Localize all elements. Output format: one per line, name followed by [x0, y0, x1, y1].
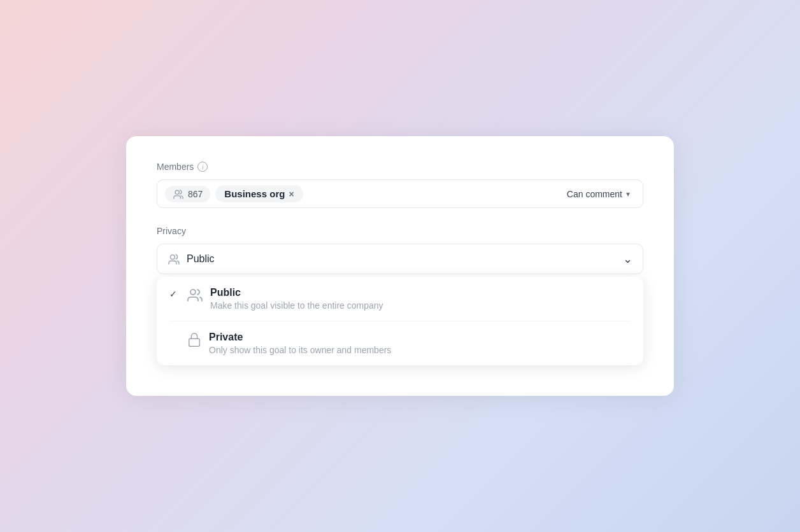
private-option-title: Private — [209, 332, 391, 343]
public-option-desc: Make this goal visible to the entire com… — [210, 300, 383, 311]
public-people-icon — [187, 288, 203, 302]
permission-label: Can comment — [567, 189, 622, 199]
privacy-dropdown-panel: ✓ Public Make this goal visible to the e… — [157, 277, 643, 365]
check-icon: ✓ — [169, 289, 180, 299]
info-icon[interactable]: i — [197, 162, 208, 172]
svg-point-0 — [175, 190, 179, 194]
people-icon — [173, 189, 184, 199]
members-label: Members — [157, 162, 194, 172]
tag-close-button[interactable]: × — [289, 190, 294, 199]
privacy-section-label: Privacy — [157, 226, 643, 236]
privacy-chevron-icon: ⌄ — [623, 252, 632, 266]
permission-dropdown[interactable]: Can comment ▾ — [562, 186, 635, 202]
privacy-people-icon — [168, 253, 180, 265]
member-count-pill: 867 — [165, 186, 210, 202]
tag-name: Business org — [224, 188, 285, 199]
permission-chevron-icon: ▾ — [626, 190, 630, 199]
public-option-text: Public Make this goal visible to the ent… — [210, 287, 383, 311]
svg-point-1 — [171, 255, 175, 260]
public-option-title: Public — [210, 287, 383, 298]
private-option-desc: Only show this goal to its owner and mem… — [209, 345, 391, 355]
privacy-selected-label: Public — [187, 253, 617, 265]
lock-icon — [187, 332, 201, 347]
business-org-tag: Business org × — [215, 185, 303, 202]
privacy-dropdown[interactable]: Public ⌄ — [157, 244, 643, 274]
privacy-option-private[interactable]: Private Only show this goal to its owner… — [157, 321, 643, 365]
members-input-row[interactable]: 867 Business org × Can comment ▾ — [157, 179, 643, 208]
privacy-option-public[interactable]: ✓ Public Make this goal visible to the e… — [157, 277, 643, 321]
modal-card: Members i 867 Business org × — [126, 136, 674, 396]
privacy-label: Privacy — [157, 226, 186, 236]
members-section-label: Members i — [157, 162, 643, 172]
private-option-text: Private Only show this goal to its owner… — [209, 332, 391, 355]
member-count: 867 — [188, 189, 203, 199]
svg-rect-3 — [189, 339, 200, 346]
svg-point-2 — [190, 290, 196, 295]
